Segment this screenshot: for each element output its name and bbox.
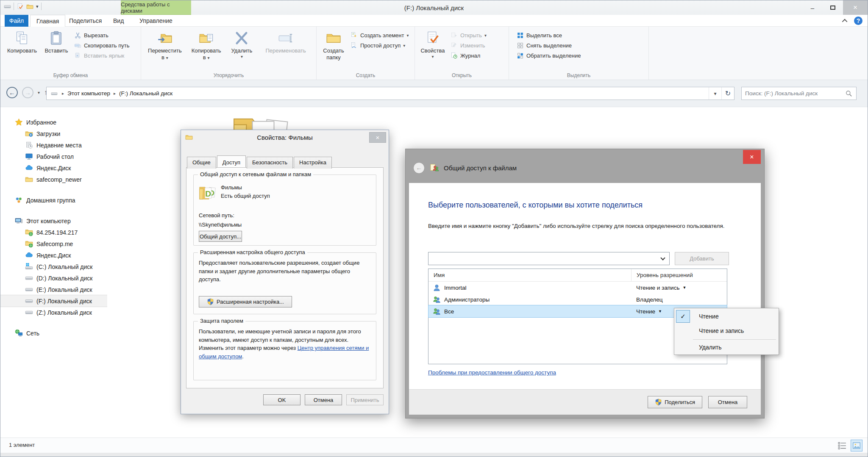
- open-button[interactable]: Открыть▾: [451, 32, 487, 39]
- sidebar-item-drive-e[interactable]: (E:) Локальный диск: [0, 284, 107, 295]
- table-row[interactable]: Администраторы Владелец: [428, 294, 727, 305]
- copy-button[interactable]: Копировать: [3, 28, 41, 54]
- sidebar-item-downloads[interactable]: Загрузки: [0, 128, 107, 139]
- forward-button[interactable]: →: [22, 87, 33, 98]
- new-folder-button[interactable]: Создать папку: [319, 28, 348, 61]
- shared-folder-name: Фильмы: [221, 183, 242, 192]
- permission-dropdown-icon[interactable]: ▼: [682, 285, 686, 290]
- sidebar-item-drive-c[interactable]: (C:) Локальный диск: [0, 261, 107, 272]
- cut-button[interactable]: Вырезать: [74, 32, 130, 39]
- sidebar-item-yandex-disk-2[interactable]: Яндекс.Диск: [0, 249, 107, 261]
- movies-folder-icon: [199, 184, 217, 200]
- qat-dropdown-icon[interactable]: ▾: [36, 4, 39, 9]
- tab-access[interactable]: Доступ: [217, 155, 246, 167]
- permission-dropdown-icon[interactable]: ▼: [658, 309, 662, 313]
- refresh-button[interactable]: ↻: [721, 87, 734, 100]
- sharing-problems-link[interactable]: Проблемы при предоставлении общего досту…: [428, 369, 556, 376]
- group-label-open: Открыть: [415, 72, 509, 78]
- sidebar-item-safecomp-newer[interactable]: safecomp_newer: [0, 174, 107, 185]
- select-all-button[interactable]: Выделить все: [517, 32, 581, 39]
- table-row[interactable]: Immortal Чтение и запись▼: [428, 282, 727, 294]
- sharing-cancel-button[interactable]: Отмена: [708, 396, 747, 408]
- add-user-button[interactable]: Добавить: [675, 252, 729, 265]
- sidebar-item-yandex-disk[interactable]: Яндекс.Диск: [0, 162, 107, 174]
- copy-to-button[interactable]: Копировать в ▾: [186, 28, 227, 61]
- easy-access-button[interactable]: Простой доступ▾: [351, 42, 409, 49]
- menu-separator: [693, 339, 776, 340]
- edit-button[interactable]: Изменить: [451, 42, 487, 49]
- tab-home[interactable]: Главная: [30, 15, 65, 27]
- menu-item-read[interactable]: ✓ Чтение: [675, 309, 778, 324]
- share-button[interactable]: Общий доступ...: [199, 231, 242, 242]
- tab-manage[interactable]: Управление: [128, 15, 184, 27]
- sidebar-item-this-pc[interactable]: Этот компьютер: [0, 215, 107, 227]
- tab-view[interactable]: Вид: [107, 15, 130, 27]
- properties-tab-page: Общий доступ к сетевым файлам и папкам Ф…: [186, 167, 384, 388]
- back-button[interactable]: ←: [6, 87, 18, 98]
- sidebar-item-safecomp-me[interactable]: Safecomp.me: [0, 238, 107, 249]
- breadcrumb-current[interactable]: (F:) Локальный диск: [119, 90, 172, 97]
- cancel-button[interactable]: Отмена: [305, 394, 342, 405]
- sharing-back-button[interactable]: ←: [413, 162, 425, 174]
- thumbnail-view-button[interactable]: [851, 440, 862, 451]
- network-folder-icon: [25, 228, 33, 236]
- apply-button[interactable]: Применить: [346, 394, 384, 405]
- computer-icon: [15, 217, 23, 225]
- sidebar-item-network-folder-ip[interactable]: 84.254.194.217: [0, 227, 107, 238]
- combo-dropdown-icon[interactable]: [660, 255, 665, 260]
- history-dropdown-icon[interactable]: ▾: [38, 90, 40, 95]
- sidebar-item-desktop[interactable]: Рабочий стол: [0, 151, 107, 162]
- paste-shortcut-button[interactable]: Вставить ярлык: [74, 52, 130, 59]
- search-input[interactable]: [742, 90, 845, 97]
- sidebar-item-drive-f[interactable]: (F:) Локальный диск: [0, 295, 107, 307]
- status-bar: 1 элемент: [0, 438, 868, 453]
- rename-button[interactable]: Переименовать: [257, 28, 314, 54]
- new-folder-icon[interactable]: [26, 3, 33, 10]
- sidebar-item-drive-z[interactable]: (Z:) Локальный диск: [0, 307, 107, 318]
- tab-share[interactable]: Поделиться: [63, 15, 108, 27]
- menu-item-read-write[interactable]: Чтение и запись: [675, 324, 778, 338]
- select-none-button[interactable]: Снять выделение: [517, 42, 581, 49]
- sidebar-item-network[interactable]: Сеть: [0, 327, 107, 339]
- delete-button[interactable]: Удалить ▾: [227, 28, 257, 60]
- collapse-ribbon-icon[interactable]: [842, 19, 848, 24]
- invert-selection-button[interactable]: Обратить выделение: [517, 52, 581, 59]
- menu-item-remove[interactable]: Удалить: [675, 341, 778, 354]
- sidebar-item-homegroup[interactable]: Домашняя группа: [0, 194, 107, 206]
- share-confirm-button[interactable]: Поделиться: [648, 396, 702, 408]
- new-item-button[interactable]: Создать элемент▾: [351, 32, 409, 39]
- maximize-button[interactable]: [823, 0, 843, 15]
- window-bottom-edge: [0, 453, 868, 457]
- sidebar-item-favorites[interactable]: Избранное: [0, 116, 107, 128]
- column-header-name[interactable]: Имя: [428, 272, 631, 278]
- group-label-clipboard: Буфер обмена: [0, 72, 141, 78]
- breadcrumb-this-pc[interactable]: Этот компьютер: [67, 90, 110, 97]
- star-icon: [15, 118, 23, 126]
- details-view-button[interactable]: [836, 440, 848, 451]
- ok-button[interactable]: OK: [263, 394, 300, 405]
- search-icon[interactable]: [845, 90, 853, 97]
- table-header: Имя Уровень разрешений: [428, 269, 727, 282]
- user-select-input[interactable]: [428, 252, 661, 265]
- tab-customize[interactable]: Настройка: [294, 157, 332, 169]
- tab-general[interactable]: Общие: [187, 157, 216, 169]
- help-icon[interactable]: ?: [854, 17, 862, 25]
- sidebar-item-recent-places[interactable]: Недавние места: [0, 139, 107, 151]
- address-field[interactable]: ▸ Этот компьютер ▸ (F:) Локальный диск ▾…: [46, 87, 734, 100]
- copy-path-button[interactable]: Скопировать путь: [74, 42, 130, 49]
- properties-check-icon[interactable]: [17, 3, 24, 10]
- properties-close-button[interactable]: ×: [369, 132, 386, 143]
- address-dropdown-button[interactable]: ▾: [709, 87, 721, 100]
- close-button[interactable]: ×: [843, 0, 868, 15]
- properties-button[interactable]: Свойства ▾: [417, 28, 448, 60]
- tab-file[interactable]: Файл: [5, 15, 28, 27]
- paste-button[interactable]: Вставить: [41, 28, 72, 54]
- advanced-sharing-button[interactable]: Расширенная настройка...: [199, 296, 292, 307]
- tab-security[interactable]: Безопасность: [247, 157, 293, 169]
- column-header-permission-level[interactable]: Уровень разрешений: [631, 269, 727, 281]
- history-button[interactable]: Журнал: [451, 52, 487, 59]
- move-to-button[interactable]: Переместить в ▾: [144, 28, 186, 61]
- sidebar-item-drive-d[interactable]: (D:) Локальный диск: [0, 272, 107, 284]
- sharing-close-button[interactable]: ×: [743, 150, 761, 164]
- minimize-button[interactable]: –: [802, 0, 823, 15]
